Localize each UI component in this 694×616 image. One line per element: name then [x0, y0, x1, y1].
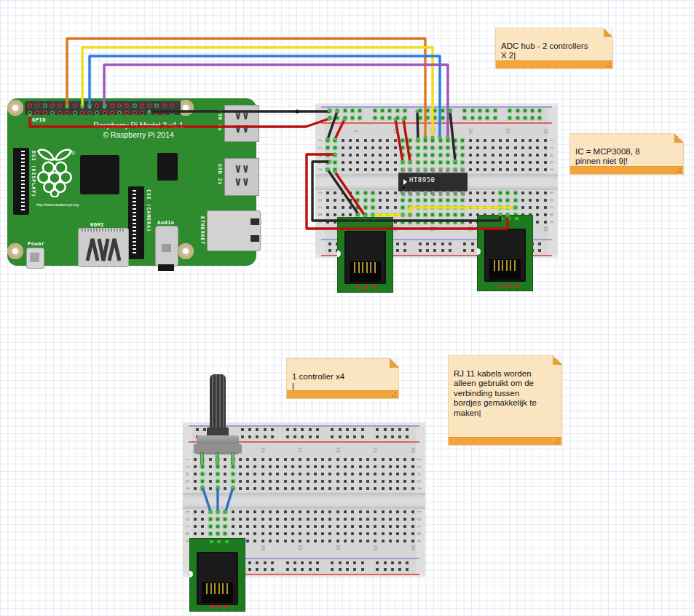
audio-label: Audio — [157, 220, 175, 226]
breadboard-hole — [349, 146, 352, 149]
breadboard-hole — [463, 249, 466, 252]
breadboard-hole — [499, 139, 502, 142]
breadboard-hole — [351, 480, 354, 483]
breadboard-hole — [349, 199, 352, 202]
breadboard-hole — [463, 117, 466, 119]
breadboard-hole — [248, 435, 251, 438]
note-bar[interactable] — [570, 166, 683, 174]
breadboard-hole — [403, 525, 406, 528]
column-label: 25 — [372, 545, 378, 550]
breadboard-hole — [484, 146, 486, 149]
solder-pad-red — [507, 285, 510, 288]
note-text: 1 controller x4 | — [292, 372, 344, 391]
breadboard-hole — [426, 242, 429, 245]
gpio-pin — [117, 111, 122, 115]
potentiometer[interactable] — [191, 374, 243, 466]
note-resize-grip-icon[interactable] — [554, 438, 560, 444]
breadboard-hole — [194, 525, 197, 528]
raspberry-pi-board[interactable]: GPIO Raspberry Pi Model 2 v1.1 © Raspber… — [7, 98, 256, 266]
potentiometer-shaft[interactable] — [210, 374, 226, 431]
wire-bendpoint[interactable] — [295, 109, 299, 113]
gpio-label: GPIO — [32, 117, 46, 123]
breadboard-hole — [536, 191, 539, 194]
audio-jack[interactable] — [155, 226, 178, 266]
breadboard-hole — [431, 221, 434, 224]
note-bar[interactable] — [449, 437, 561, 445]
rj11-jack — [197, 552, 238, 605]
row-letter: I — [184, 465, 190, 468]
breadboard-hole — [389, 480, 392, 483]
ethernet-port[interactable] — [207, 210, 261, 251]
note-resize-grip-icon[interactable] — [605, 62, 611, 68]
breadboard-hole — [301, 561, 304, 564]
breadboard-hole — [276, 458, 279, 461]
breadboard-hole — [441, 242, 444, 245]
breadboard-hole — [307, 540, 309, 542]
breadboard-hole — [326, 146, 329, 149]
note-resize-grip-icon[interactable] — [391, 392, 397, 398]
sticky-note-mcp3008[interactable]: IC = MCP3008, 8 pinnen niet 9|! — [569, 133, 684, 175]
breadboard-hole — [426, 117, 429, 119]
breadboard-hole — [389, 525, 392, 528]
rj11-module-1[interactable] — [337, 217, 393, 293]
breadboard-hole — [521, 161, 524, 164]
breadboard-hole — [544, 221, 547, 224]
breadboard-hole — [336, 473, 339, 475]
sticky-note-rj11[interactable]: RJ 11 kabels worden alleen gebruikt om d… — [448, 355, 562, 446]
rj11-module-2[interactable] — [477, 215, 533, 291]
breadboard-hole — [433, 109, 436, 112]
row-letter: B — [184, 532, 190, 535]
breadboard-hole — [336, 518, 339, 521]
breadboard-hole — [328, 525, 331, 528]
breadboard-hole — [284, 473, 287, 475]
sticky-note-controller[interactable]: 1 controller x4 | — [286, 358, 399, 399]
breadboard-hole — [374, 532, 376, 535]
column-label: 30 — [543, 128, 548, 134]
usb-port-top[interactable]: ∨∨∨∨ — [224, 105, 259, 142]
rj11-module-3[interactable] — [189, 538, 245, 612]
breadboard-hole — [431, 154, 434, 157]
ic-chip[interactable]: HT8950 — [398, 168, 468, 196]
breadboard-hole — [514, 146, 517, 149]
usb-port-bottom[interactable]: ∨∨∨∨ — [224, 158, 259, 196]
power-micro-usb-port[interactable] — [26, 248, 44, 269]
breadboard-hole — [424, 161, 427, 164]
breadboard-hole — [371, 168, 374, 171]
note-bar[interactable] — [496, 60, 612, 68]
row-letter: D — [184, 518, 190, 521]
note-bar[interactable] — [287, 390, 398, 398]
breadboard-hole — [544, 199, 547, 202]
breadboard-hole — [396, 458, 399, 461]
usb-hub-chip[interactable] — [157, 153, 178, 181]
breadboard-hole — [299, 532, 301, 535]
mounting-hole — [178, 243, 194, 259]
breadboard-hole — [492, 139, 494, 142]
breadboard-hole — [469, 146, 472, 149]
breadboard-hole — [506, 168, 509, 171]
dsi-label: DSI (DISPLAY) — [31, 151, 36, 197]
csi-connector[interactable] — [128, 186, 144, 259]
breadboard-hole — [328, 487, 331, 490]
gpio-pin — [147, 111, 151, 115]
sticky-note-adc-hub[interactable]: ADC hub - 2 controllers X 2| — [495, 28, 613, 69]
breadboard-hole — [484, 161, 486, 164]
breadboard-hole — [331, 561, 334, 564]
breadboard-hole — [371, 161, 374, 164]
breadboard-hole — [492, 146, 494, 149]
breadboard-hole — [336, 487, 339, 490]
breadboard-hole — [391, 435, 394, 438]
note-resize-grip-icon[interactable] — [676, 167, 682, 173]
hdmi-port[interactable] — [78, 228, 129, 267]
soc-chip[interactable] — [80, 155, 119, 194]
ic-pin — [402, 168, 405, 173]
breadboard-hole — [469, 213, 472, 216]
breadboard-hole — [484, 191, 486, 194]
rj11-gold-pin — [502, 260, 503, 271]
breadboard-hole — [446, 206, 449, 209]
breadboard-hole — [544, 161, 547, 164]
breadboard-hole — [469, 161, 472, 164]
breadboard-hole — [328, 117, 331, 119]
breadboard-hole — [521, 168, 524, 171]
breadboard-hole — [246, 525, 249, 528]
dsi-connector[interactable] — [13, 148, 29, 215]
